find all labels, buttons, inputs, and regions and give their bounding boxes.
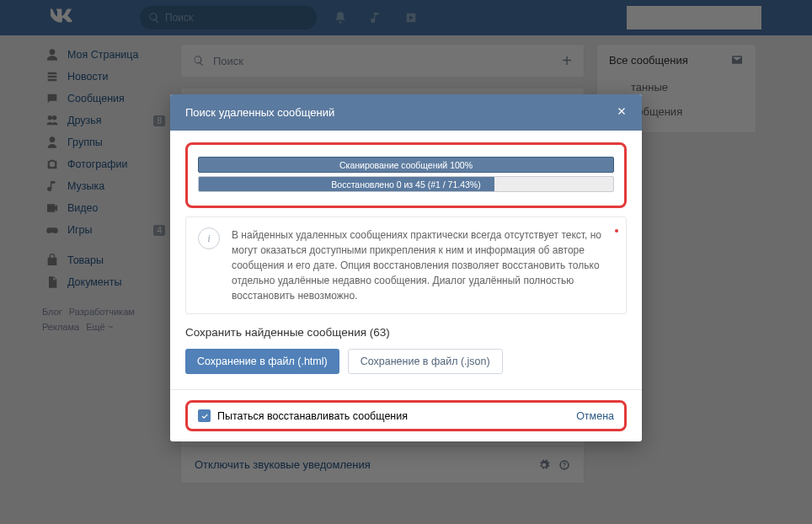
progress-scan-label: Сканирование сообщений 100% (339, 160, 473, 170)
modal-title: Поиск удаленных сообщений (185, 106, 334, 119)
close-button[interactable] (617, 106, 627, 119)
info-box: i В найденных удаленных сообщениях практ… (185, 217, 627, 314)
save-title: Сохранить найденные сообщения (63) (185, 326, 627, 339)
info-icon: i (198, 227, 220, 249)
save-html-button[interactable]: Сохранение в файл (.html) (185, 349, 339, 374)
modal-header: Поиск удаленных сообщений (170, 94, 642, 131)
progress-section-highlight: Сканирование сообщений 100% Восстановлен… (185, 142, 627, 208)
save-json-button[interactable]: Сохранение в файл (.json) (348, 349, 503, 374)
restore-checkbox[interactable] (198, 409, 211, 422)
cancel-link[interactable]: Отмена (576, 410, 614, 422)
progress-scan: Сканирование сообщений 100% (198, 157, 614, 173)
info-text: В найденных удаленных сообщениях практич… (232, 227, 614, 303)
red-dot (615, 229, 618, 233)
modal: Поиск удаленных сообщений Сканирование с… (170, 94, 642, 441)
checkbox-label: Пытаться восстанавливать сообщения (217, 410, 408, 422)
progress-restore-label: Восстановлено 0 из 45 (#1 / 71.43%) (199, 179, 613, 190)
progress-restore: Восстановлено 0 из 45 (#1 / 71.43%) (198, 176, 614, 192)
modal-overlay: Поиск удаленных сообщений Сканирование с… (0, 0, 812, 524)
footer-highlight: Пытаться восстанавливать сообщения Отмен… (185, 400, 627, 431)
